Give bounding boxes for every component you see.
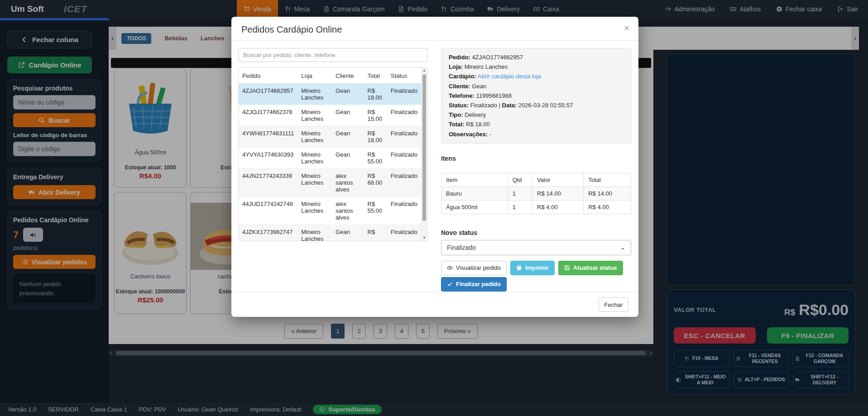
item-row: Água 500ml1R$ 4.00R$ 4.00 [441,200,631,214]
close-icon[interactable]: × [624,23,629,33]
order-detail-line: Pedido: 4ZJAO1774662957 [449,53,623,62]
orders-table-container: PedidoLojaClienteTotalStatus 4ZJAO177466… [238,67,427,241]
items-heading: Itens [441,155,631,162]
orders-column-header: Pedido [239,67,297,84]
order-detail-line: Tipo: Delivery [449,110,623,120]
order-detail-line: Loja: Mineiro Lanches [449,62,623,72]
orders-scrollbar-thumb[interactable] [422,74,426,221]
orders-column-header: Status [387,67,421,84]
print-button[interactable]: Imprimir [510,261,555,275]
order-row[interactable]: 44JN21774243339Mineiro Lanchesalex santo… [239,169,421,197]
items-table-body: Bauru1R$ 14.00R$ 14.00Água 500ml1R$ 4.00… [441,186,631,214]
modal-header: Pedidos Cardápio Online × [231,17,638,41]
order-detail-line: Status: Finalizado | Data: 2026-03-28 02… [449,100,623,110]
items-column-header: Qtd [508,173,532,186]
items-column-header: Total [584,173,631,186]
order-detail-line: Telefone: 11995681988 [449,91,623,100]
orders-column-header: Total [364,67,387,84]
order-detail-line: Observações: - [449,129,623,139]
view-order-button[interactable]: Visualizar pedido [441,261,507,275]
online-orders-modal: Pedidos Cardápio Online × PedidoLojaClie… [231,17,638,317]
open-store-menu-link[interactable]: Abrir cardápio desta loja [478,73,541,80]
modal-footer: Fechar [231,292,638,317]
order-row[interactable]: 4ZJOJ1774662378Mineiro LanchesGeanR$ 15.… [239,105,421,126]
save-icon [564,265,570,271]
orders-column-header: Cliente [332,67,364,84]
items-column-header: Valor [532,173,584,186]
items-column-header: Item [441,173,508,186]
scroll-down-arrow[interactable]: ▼ [422,236,427,240]
modal-title: Pedidos Cardápio Online [241,24,628,35]
eye-icon [447,265,453,271]
order-search-input[interactable] [238,48,427,62]
scroll-up-arrow[interactable]: ▲ [422,68,427,72]
order-row[interactable]: 4YWH81774631111Mineiro LanchesGeanR$ 18.… [239,126,421,148]
order-detail-line: Cardápio: Abrir cardápio desta loja [449,72,623,81]
order-row[interactable]: 4ZJAO1774662957Mineiro LanchesGeanR$ 18.… [239,84,421,105]
items-table-header: ItemQtdValorTotal [441,173,631,186]
modal-close-button[interactable]: Fechar [599,297,628,312]
application-window: Um Soft ICET VendaMesaComanda GarçomPedi… [0,0,868,416]
orders-table: PedidoLojaClienteTotalStatus 4ZJAO177466… [239,67,421,241]
order-detail-line: Cliente: Gean [449,81,623,91]
orders-table-body: 4ZJAO1774662957Mineiro LanchesGeanR$ 18.… [239,84,421,241]
finalize-order-button[interactable]: Finalizar pedido [441,277,507,292]
check-icon [447,281,453,287]
order-row[interactable]: 4JZKX1773982747Mineiro LanchesGeanR$Fina… [239,225,421,241]
new-status-select[interactable]: Finalizado ⌄ [441,240,631,255]
order-row[interactable]: 44JUD1774242748Mineiro Lanchesalex santo… [239,197,421,225]
items-table: ItemQtdValorTotal Bauru1R$ 14.00R$ 14.00… [441,173,631,214]
order-detail-line: Total: R$ 18.00 [449,120,623,129]
modal-left-column: PedidoLojaClienteTotalStatus 4ZJAO177466… [238,48,427,241]
item-row: Bauru1R$ 14.00R$ 14.00 [441,186,631,200]
printer-icon [516,265,522,271]
orders-scrollbar[interactable]: ▲ ▼ [421,67,427,241]
new-status-label: Novo status [441,229,631,236]
update-status-button[interactable]: Atualizar status [558,261,623,275]
order-detail-box: Pedido: 4ZJAO1774662957Loja: Mineiro Lan… [441,48,631,143]
order-row[interactable]: 4YVYA1774630393Mineiro LanchesGeanR$ 55.… [239,148,421,169]
orders-table-header: PedidoLojaClienteTotalStatus [239,67,421,84]
orders-column-header: Loja [297,67,332,84]
modal-right-column: Pedido: 4ZJAO1774662957Loja: Mineiro Lan… [441,48,631,292]
chevron-down-icon: ⌄ [620,244,625,251]
